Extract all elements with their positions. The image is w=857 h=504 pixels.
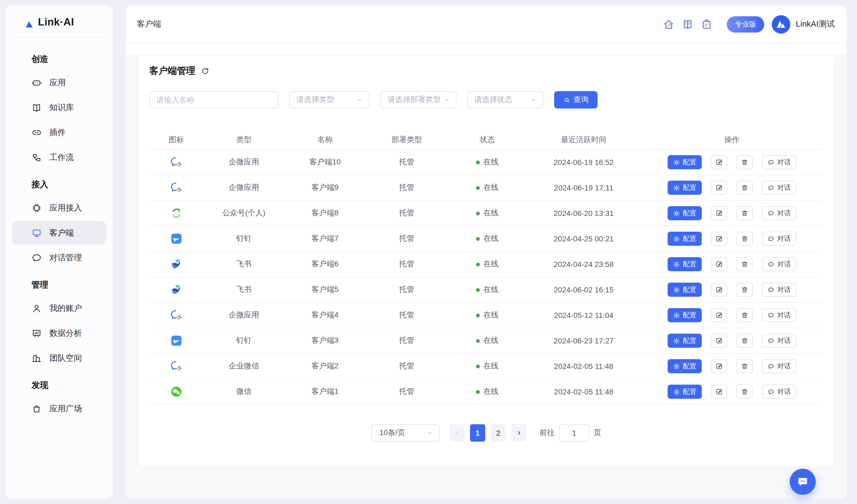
chat-dots-icon <box>768 184 774 191</box>
delete-button[interactable] <box>737 257 753 271</box>
chat-bubble-icon <box>796 475 809 488</box>
sidebar-item-access[interactable]: 应用接入 <box>12 196 106 220</box>
cell-last-active: 2024-06-19 16:52 <box>527 158 641 167</box>
main-header: 客户端 专业版 LinkAI测试 <box>126 5 847 44</box>
col-name: 名称 <box>284 135 366 144</box>
table-body: 企微应用 客户端10 托管 在线 2024-06-19 16:52 配置 对话 … <box>149 150 823 405</box>
trash-icon <box>741 337 749 345</box>
trash-icon <box>741 286 749 294</box>
delete-button[interactable] <box>737 283 753 297</box>
config-button[interactable]: 配置 <box>668 257 702 271</box>
edit-button[interactable] <box>711 308 727 322</box>
delete-button[interactable] <box>737 155 753 169</box>
status-filter-select[interactable]: 请选择状态 <box>467 91 543 108</box>
dingtalk-icon <box>149 334 203 347</box>
config-button[interactable]: 配置 <box>668 206 702 220</box>
delete-button[interactable] <box>737 308 753 322</box>
chat-button[interactable]: 对话 <box>762 385 796 399</box>
config-button[interactable]: 配置 <box>668 385 702 399</box>
cell-name: 客户端5 <box>284 285 366 295</box>
config-button[interactable]: 配置 <box>668 283 702 297</box>
cell-status: 在线 <box>448 336 527 346</box>
chat-button[interactable]: 对话 <box>762 232 796 246</box>
chat-button[interactable]: 对话 <box>762 155 796 169</box>
name-filter-input[interactable] <box>149 91 279 108</box>
sidebar-item-flow[interactable]: 工作流 <box>12 145 106 169</box>
goto-page-input[interactable] <box>559 424 589 441</box>
avatar[interactable] <box>772 15 790 33</box>
gear-icon <box>673 312 680 319</box>
next-page-button[interactable] <box>511 424 526 441</box>
sidebar-item-chatm[interactable]: 对话管理 <box>12 246 106 270</box>
edit-button[interactable] <box>711 283 727 297</box>
table-row: 企微应用 客户端10 托管 在线 2024-06-19 16:52 配置 对话 <box>149 150 823 175</box>
chat-button[interactable]: 对话 <box>762 206 796 220</box>
gear-icon <box>673 337 680 344</box>
chat-button[interactable]: 对话 <box>762 334 796 348</box>
sidebar-item-analytics[interactable]: 数据分析 <box>12 321 106 345</box>
cell-status: 在线 <box>448 157 527 167</box>
account-name[interactable]: LinkAI测试 <box>796 19 835 29</box>
col-status: 状态 <box>448 135 527 144</box>
chat-button[interactable]: 对话 <box>762 283 796 297</box>
sidebar-item-account[interactable]: 我的账户 <box>12 296 106 320</box>
type-filter-select[interactable]: 请选择类型 <box>289 91 370 108</box>
deploy-filter-placeholder: 请选择部署类型 <box>388 95 441 105</box>
deploy-filter-select[interactable]: 请选择部署类型 <box>381 91 456 108</box>
edit-icon <box>715 388 723 396</box>
config-button[interactable]: 配置 <box>668 155 702 169</box>
sidebar-item-client[interactable]: 客户端 <box>12 221 106 245</box>
search-button[interactable]: 查询 <box>554 91 598 108</box>
edit-button[interactable] <box>711 334 727 348</box>
sidebar-item-market[interactable]: 应用广场 <box>12 397 106 420</box>
edit-button[interactable] <box>711 206 727 220</box>
edit-button[interactable] <box>711 155 727 169</box>
page-button-2[interactable]: 2 <box>491 424 506 441</box>
prev-page-button[interactable] <box>449 424 465 441</box>
goto-label: 前往 <box>539 428 555 438</box>
cell-type: 钉钉 <box>203 336 284 346</box>
chat-button[interactable]: 对话 <box>762 308 796 322</box>
sidebar-item-team[interactable]: 团队空间 <box>12 346 106 370</box>
delete-button[interactable] <box>737 385 753 399</box>
table-row: 企微应用 客户端9 托管 在线 2024-06-19 17:11 配置 对话 <box>149 175 823 201</box>
kb-icon <box>32 102 42 112</box>
page-button-1[interactable]: 1 <box>470 424 485 441</box>
page-size-select[interactable]: 10条/页 <box>371 424 440 441</box>
chat-button[interactable]: 对话 <box>762 257 796 271</box>
sidebar-item-plugin[interactable]: 插件 <box>12 120 106 144</box>
docs-icon[interactable] <box>682 18 694 30</box>
edit-button[interactable] <box>711 359 727 373</box>
cell-name: 客户端9 <box>284 183 366 193</box>
delete-button[interactable] <box>737 232 753 246</box>
chat-button[interactable]: 对话 <box>762 181 796 195</box>
config-button[interactable]: 配置 <box>668 359 702 373</box>
delete-button[interactable] <box>737 206 753 220</box>
sidebar-item-app[interactable]: 应用 <box>12 71 106 94</box>
tasks-icon[interactable] <box>701 18 713 30</box>
gear-icon <box>673 235 680 242</box>
chat-dots-icon <box>768 286 774 293</box>
app-root: Link·AI 创造应用知识库插件工作流接入应用接入客户端对话管理管理我的账户数… <box>0 0 857 504</box>
home-icon[interactable] <box>663 18 675 30</box>
app-icon <box>32 77 42 88</box>
trash-icon <box>741 235 749 243</box>
gear-icon <box>673 261 680 268</box>
edit-button[interactable] <box>711 232 727 246</box>
edit-button[interactable] <box>711 181 727 195</box>
plan-badge[interactable]: 专业版 <box>727 16 764 32</box>
delete-button[interactable] <box>737 334 753 348</box>
config-button[interactable]: 配置 <box>668 308 702 322</box>
edit-button[interactable] <box>711 257 727 271</box>
config-button[interactable]: 配置 <box>668 181 702 195</box>
chat-button[interactable]: 对话 <box>762 359 796 373</box>
edit-button[interactable] <box>711 385 727 399</box>
sidebar-nav: 创造应用知识库插件工作流接入应用接入客户端对话管理管理我的账户数据分析团队空间发… <box>5 37 113 420</box>
chat-fab[interactable] <box>790 469 816 495</box>
delete-button[interactable] <box>737 359 753 373</box>
refresh-icon[interactable] <box>201 67 209 75</box>
config-button[interactable]: 配置 <box>668 232 702 246</box>
delete-button[interactable] <box>737 181 753 195</box>
config-button[interactable]: 配置 <box>668 334 702 348</box>
sidebar-item-kb[interactable]: 知识库 <box>12 95 106 119</box>
